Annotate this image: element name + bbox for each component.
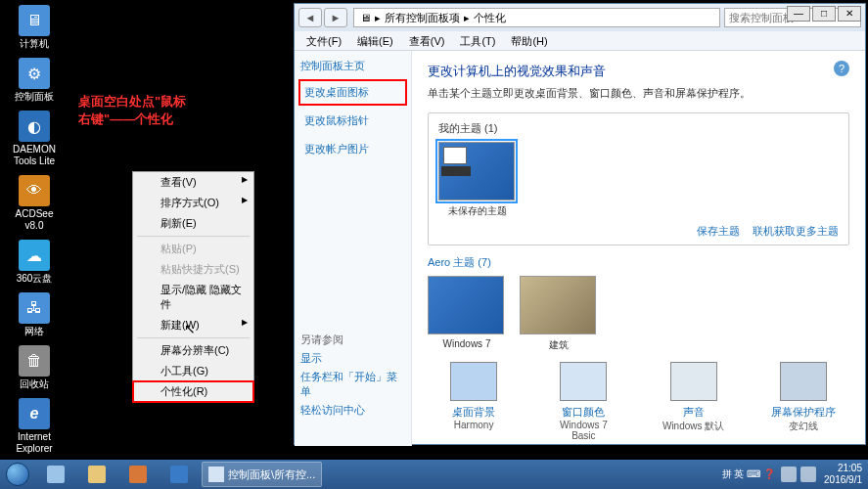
sidebar-change-desktop-icons[interactable]: 更改桌面图标 — [300, 81, 405, 104]
menubar: 文件(F) 编辑(E) 查看(V) 工具(T) 帮助(H) — [295, 31, 865, 51]
cloud-icon: ☁ — [19, 240, 50, 271]
acdsee-icon: 👁 — [19, 175, 50, 206]
opt-window-color[interactable]: 窗口颜色 Windows 7 Basic — [549, 362, 617, 441]
ctx-sep — [137, 236, 250, 237]
ie-icon: e — [19, 398, 50, 429]
taskbar-pinned-1[interactable] — [36, 462, 75, 487]
ctx-gadgets[interactable]: 小工具(G) — [133, 361, 253, 381]
window-color-icon — [560, 362, 607, 401]
titlebar: ◄ ► 🖥 ▸ 所有控制面板项 ▸ 个性化 — [295, 4, 865, 31]
theme-windows7[interactable]: Windows 7 — [428, 276, 506, 352]
desktop-icon-control-panel[interactable]: ⚙控制面板 — [5, 58, 64, 103]
ctx-paste: 粘贴(P) — [133, 239, 253, 259]
ctx-sep — [137, 337, 250, 338]
ctx-resolution[interactable]: 屏幕分辨率(C) — [133, 340, 253, 361]
sidebar-related-title: 另请参阅 — [300, 333, 405, 347]
control-panel-icon: ⚙ — [19, 58, 50, 89]
taskbar: 控制面板\所有控... 拼 英 ⌨ ❓ 21:05 2016/9/1 — [0, 460, 868, 489]
network-icon: 🖧 — [19, 292, 50, 324]
theme-architecture[interactable]: 建筑 — [520, 276, 598, 352]
desktop-icon-daemon[interactable]: ◐DAEMON Tools Lite — [5, 111, 64, 167]
close-button[interactable]: ✕ — [838, 6, 861, 22]
my-themes-section: 我的主题 (1) 未保存的主题 保存主题 联机获取更多主题 — [428, 112, 849, 245]
aero-themes-label: Aero 主题 (7) — [428, 255, 849, 270]
sidebar-change-account-pic[interactable]: 更改帐户图片 — [300, 138, 405, 160]
menu-view[interactable]: 查看(V) — [401, 31, 453, 50]
ctx-refresh[interactable]: 刷新(E) — [133, 213, 253, 234]
bottom-options: 桌面背景 Harmony 窗口颜色 Windows 7 Basic 声音 Win… — [428, 362, 849, 441]
ctx-toggle-hidden[interactable]: 显示/隐藏 隐藏文件 — [133, 280, 253, 315]
desktop-bg-icon — [450, 362, 497, 401]
page-heading: 更改计算机上的视觉效果和声音 — [428, 63, 849, 80]
window-controls: — □ ✕ — [787, 6, 861, 22]
cursor-icon: ↖ — [184, 321, 196, 336]
theme-thumb — [438, 142, 515, 200]
desktop-icon-ie[interactable]: eInternet Explorer — [5, 398, 64, 455]
sidebar: 控制面板主页 更改桌面图标 更改鼠标指针 更改帐户图片 另请参阅 显示 任务栏和… — [295, 51, 412, 446]
desktop-icon-acdsee[interactable]: 👁ACDSee v8.0 — [5, 175, 64, 232]
taskbar-task-controlpanel[interactable]: 控制面板\所有控... — [202, 462, 322, 487]
desktop-context-menu: 查看(V) 排序方式(O) 刷新(E) 粘贴(P) 粘贴快捷方式(S) 显示/隐… — [132, 171, 254, 403]
ime-status[interactable]: 拼 英 ⌨ ❓ — [722, 467, 775, 481]
taskbar-pinned-explorer[interactable] — [77, 462, 116, 487]
menu-tools[interactable]: 工具(T) — [452, 31, 503, 50]
maximize-button[interactable]: □ — [812, 6, 836, 22]
computer-icon: 🖥 — [19, 5, 50, 36]
opt-desktop-bg[interactable]: 桌面背景 Harmony — [439, 362, 508, 441]
sidebar-home[interactable]: 控制面板主页 — [300, 59, 405, 73]
help-icon[interactable]: ? — [834, 61, 849, 76]
breadcrumb-part[interactable]: 个性化 — [474, 11, 506, 25]
sound-icon — [670, 362, 717, 401]
menu-help[interactable]: 帮助(H) — [503, 31, 555, 50]
clock[interactable]: 21:05 2016/9/1 — [824, 463, 862, 486]
recycle-icon: 🗑 — [19, 345, 50, 377]
sidebar-related-display[interactable]: 显示 — [300, 351, 405, 366]
annotation-text: 桌面空白处点"鼠标 右键"——个性化 — [78, 93, 186, 128]
ctx-view[interactable]: 查看(V) — [133, 172, 253, 193]
desktop-icon-computer[interactable]: 🖥计算机 — [5, 5, 64, 50]
tray-icon[interactable] — [781, 467, 797, 482]
ctx-personalize[interactable]: 个性化(R) — [133, 381, 253, 402]
desktop-icon-recycle[interactable]: 🗑回收站 — [5, 345, 64, 390]
menu-edit[interactable]: 编辑(E) — [349, 31, 401, 50]
opt-sound[interactable]: 声音 Windows 默认 — [660, 362, 728, 441]
desktop-icons-column: 🖥计算机 ⚙控制面板 ◐DAEMON Tools Lite 👁ACDSee v8… — [5, 5, 73, 463]
ctx-paste-shortcut: 粘贴快捷方式(S) — [133, 259, 253, 280]
nav-forward-button[interactable]: ► — [324, 8, 347, 27]
theme-thumb — [428, 276, 504, 334]
menu-file[interactable]: 文件(F) — [298, 31, 349, 50]
system-tray: 拼 英 ⌨ ❓ 21:05 2016/9/1 — [722, 463, 868, 486]
sidebar-related-taskbar[interactable]: 任务栏和「开始」菜单 — [300, 370, 405, 399]
minimize-button[interactable]: — — [787, 6, 810, 22]
taskbar-pinned-media[interactable] — [118, 462, 158, 487]
desktop-icon-360cloud[interactable]: ☁360云盘 — [5, 240, 64, 285]
sidebar-related-ease[interactable]: 轻松访问中心 — [300, 403, 405, 418]
breadcrumb-part[interactable]: 所有控制面板项 — [385, 11, 460, 25]
nav-back-button[interactable]: ◄ — [298, 8, 322, 27]
get-more-themes-link[interactable]: 联机获取更多主题 — [753, 225, 839, 237]
sidebar-change-pointers[interactable]: 更改鼠标指针 — [300, 110, 405, 132]
tray-icon[interactable] — [800, 467, 816, 482]
daemon-icon: ◐ — [19, 111, 50, 142]
start-button[interactable] — [0, 460, 35, 489]
screensaver-icon — [780, 362, 827, 401]
breadcrumb[interactable]: 🖥 ▸ 所有控制面板项 ▸ 个性化 — [353, 8, 720, 27]
start-orb-icon — [6, 463, 29, 486]
theme-unsaved[interactable]: 未保存的主题 — [438, 142, 517, 218]
ctx-sort[interactable]: 排序方式(O) — [133, 193, 253, 213]
save-theme-link[interactable]: 保存主题 — [697, 225, 740, 237]
personalization-window: — □ ✕ ◄ ► 🖥 ▸ 所有控制面板项 ▸ 个性化 文件(F) 编辑(E) … — [294, 3, 866, 445]
taskbar-pinned-ie[interactable] — [160, 462, 199, 487]
theme-thumb — [520, 276, 596, 334]
opt-screensaver[interactable]: 屏幕保护程序 变幻线 — [769, 362, 838, 441]
breadcrumb-root-icon: 🖥 — [360, 12, 371, 23]
desktop-icon-network[interactable]: 🖧网络 — [5, 292, 64, 337]
page-desc: 单击某个主题立即更改桌面背景、窗口颜色、声音和屏幕保护程序。 — [428, 86, 849, 101]
my-themes-label: 我的主题 (1) — [438, 121, 839, 136]
content-pane: ? 更改计算机上的视觉效果和声音 单击某个主题立即更改桌面背景、窗口颜色、声音和… — [412, 51, 865, 446]
